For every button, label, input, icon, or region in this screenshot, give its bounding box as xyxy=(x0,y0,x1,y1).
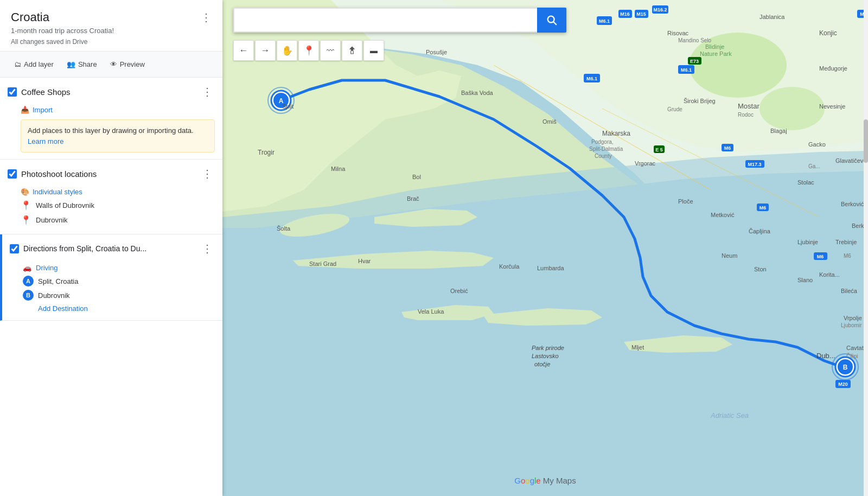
marker-icon: 📍 xyxy=(303,45,315,56)
import-button[interactable]: 📥 Import xyxy=(21,105,53,117)
svg-text:Čapljina: Čapljina xyxy=(749,228,771,234)
place-icon-dubrovnik: 📍 xyxy=(21,215,31,225)
svg-text:Ploče: Ploče xyxy=(678,198,693,205)
svg-text:Hvar: Hvar xyxy=(358,258,371,264)
svg-text:Ljubinje: Ljubinje xyxy=(797,239,818,245)
layer-directions-title: Directions from Split, Croatia to Du... xyxy=(23,244,195,253)
svg-text:Risovac: Risovac xyxy=(667,30,689,36)
svg-text:Trebinje: Trebinje xyxy=(835,239,857,245)
svg-text:Vrpolje: Vrpolje xyxy=(844,315,862,321)
svg-text:otočje: otočje xyxy=(534,361,550,367)
svg-text:Split-Dalmatia: Split-Dalmatia xyxy=(589,146,623,152)
share-icon: 👥 xyxy=(67,60,75,68)
svg-text:M16: M16 xyxy=(620,11,630,17)
svg-text:Rodoc: Rodoc xyxy=(738,112,754,118)
layer-photoshoot-checkbox[interactable] xyxy=(8,169,17,179)
svg-text:Blagaj: Blagaj xyxy=(770,128,787,134)
svg-text:Stari Grad: Stari Grad xyxy=(309,260,336,267)
layer-directions-checkbox[interactable] xyxy=(10,244,19,253)
svg-text:Split: Split xyxy=(282,103,293,110)
layer-photoshoot: Photoshoot locations ⋮ 🎨 Individual styl… xyxy=(0,160,222,234)
save-status: All changes saved in Drive xyxy=(11,38,214,46)
redo-button[interactable]: → xyxy=(255,40,276,61)
svg-text:Adriatic Sea: Adriatic Sea xyxy=(710,411,749,419)
svg-text:Mljet: Mljet xyxy=(631,344,644,351)
svg-text:Vela Luka: Vela Luka xyxy=(418,308,444,315)
search-button[interactable] xyxy=(537,8,566,33)
place-walls-dubrovnik: 📍 Walls of Dubrovnik xyxy=(21,198,215,213)
svg-text:Konjic: Konjic xyxy=(819,29,837,37)
svg-text:Lastovsko: Lastovsko xyxy=(532,353,559,359)
svg-text:Baška Voda: Baška Voda xyxy=(461,90,494,96)
svg-text:M20: M20 xyxy=(838,381,848,387)
svg-text:Brač: Brač xyxy=(407,195,419,202)
svg-text:Široki Brijeg: Široki Brijeg xyxy=(684,98,716,104)
svg-text:E73: E73 xyxy=(690,59,699,64)
svg-text:Ga...: Ga... xyxy=(808,163,820,169)
sidebar: Croatia ⋮ 1-month road trip across Croat… xyxy=(0,0,222,496)
waypoint-b-badge: B xyxy=(23,290,34,301)
waypoint-a: A Split, Croatia xyxy=(23,274,215,288)
svg-line-104 xyxy=(553,22,556,24)
svg-text:Grude: Grude xyxy=(667,106,682,112)
add-marker-button[interactable]: 📍 xyxy=(298,40,319,61)
undo-button[interactable]: ← xyxy=(233,40,254,61)
svg-text:M6: M6 xyxy=(844,253,851,259)
svg-text:Cavtat: Cavtat xyxy=(846,345,864,351)
svg-text:Nevesinje: Nevesinje xyxy=(819,103,845,110)
svg-text:Omiš: Omiš xyxy=(542,118,557,125)
svg-text:M6: M6 xyxy=(724,145,731,151)
svg-text:Neum: Neum xyxy=(722,252,737,259)
layer-coffee-shops: Coffee Shops ⋮ 📥 Import Add places to th… xyxy=(0,78,222,160)
layer-coffee-shops-checkbox[interactable] xyxy=(8,87,17,97)
map-title: Croatia xyxy=(11,10,49,24)
individual-styles-button[interactable]: 🎨 Individual styles xyxy=(21,187,82,198)
waypoint-a-badge: A xyxy=(23,276,34,287)
search-input[interactable] xyxy=(233,8,537,33)
svg-text:County: County xyxy=(595,153,612,159)
sidebar-actions: 🗂 Add layer 👥 Share 👁 Preview xyxy=(0,52,222,78)
svg-text:Čilipi: Čilipi xyxy=(846,353,858,359)
layer-coffee-shops-body: 📥 Import Add places to this layer by dra… xyxy=(0,105,222,159)
layer-directions-menu[interactable]: ⋮ xyxy=(200,241,215,256)
map-toolbar: ← → ✋ 📍 〰 ▬ xyxy=(233,40,384,61)
ruler-button[interactable]: ▬ xyxy=(363,40,384,61)
layer-coffee-shops-menu[interactable]: ⋮ xyxy=(200,84,215,99)
svg-text:Međugorje: Međugorje xyxy=(819,65,847,72)
preview-button[interactable]: 👁 Preview xyxy=(105,57,150,72)
svg-text:Posušje: Posušje xyxy=(426,49,447,55)
add-directions-button[interactable] xyxy=(342,40,362,61)
svg-text:M6.1: M6.1 xyxy=(586,76,597,81)
svg-text:E 5: E 5 xyxy=(655,147,663,152)
svg-point-4 xyxy=(760,87,825,130)
svg-text:Dub...: Dub... xyxy=(816,352,835,360)
style-icon: 🎨 xyxy=(21,188,29,196)
layer-photoshoot-title: Photoshoot locations xyxy=(21,169,195,179)
svg-text:Bileća: Bileća xyxy=(841,288,858,294)
svg-text:Korita...: Korita... xyxy=(819,271,840,278)
pan-button[interactable]: ✋ xyxy=(277,40,297,61)
learn-more-link[interactable]: Learn more xyxy=(28,137,63,145)
layer-photoshoot-menu[interactable]: ⋮ xyxy=(200,166,215,181)
map-menu-button[interactable]: ⋮ xyxy=(199,10,214,25)
svg-text:B: B xyxy=(843,364,848,371)
svg-text:M6: M6 xyxy=(817,254,824,259)
svg-text:Mandino Selo: Mandino Selo xyxy=(678,37,712,43)
add-destination-button[interactable]: Add Destination xyxy=(23,302,88,314)
add-layer-button[interactable]: 🗂 Add layer xyxy=(9,57,59,72)
redo-icon: → xyxy=(261,45,270,56)
svg-text:Park prirode: Park prirode xyxy=(532,345,564,351)
svg-text:Vrgorac: Vrgorac xyxy=(635,160,656,167)
svg-text:Glavatičevo: Glavatičevo xyxy=(835,157,866,164)
svg-text:M6: M6 xyxy=(760,205,767,211)
svg-text:Mostar: Mostar xyxy=(738,102,760,110)
share-button[interactable]: 👥 Share xyxy=(61,57,103,72)
svg-text:Ston: Ston xyxy=(754,266,767,272)
svg-text:Podgora,: Podgora, xyxy=(591,139,614,145)
svg-text:Slano: Slano xyxy=(797,277,813,283)
svg-text:Stolac: Stolac xyxy=(797,179,814,186)
waypoint-b: B Dubrovnik xyxy=(23,288,215,302)
svg-text:Orebić: Orebić xyxy=(450,288,468,294)
draw-line-button[interactable]: 〰 xyxy=(320,40,341,61)
svg-text:Šolta: Šolta xyxy=(277,225,291,232)
